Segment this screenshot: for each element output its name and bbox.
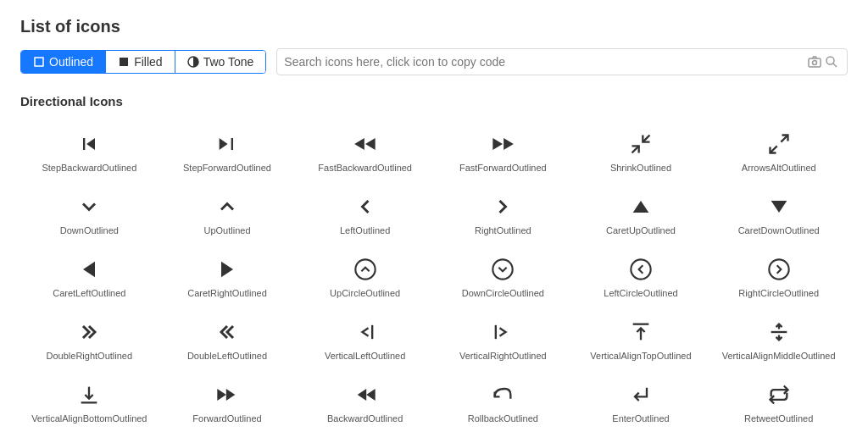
right-circle-icon [765, 256, 793, 283]
left-circle-icon [627, 256, 654, 283]
list-item[interactable]: LeftCircleOutlined [572, 247, 710, 303]
svg-marker-29 [217, 389, 226, 401]
list-item[interactable]: UpCircleOutlined [296, 247, 434, 303]
square-outline-icon [33, 56, 45, 68]
svg-point-4 [813, 61, 817, 65]
svg-point-17 [631, 259, 650, 279]
rollback-icon [489, 381, 516, 408]
list-item[interactable]: VerticalAlignBottomOutlined [20, 373, 159, 429]
right-icon [489, 193, 516, 220]
vertical-align-top-icon [627, 318, 654, 346]
step-forward-icon [214, 130, 241, 158]
list-item[interactable]: ArrowsAltOutlined [709, 122, 848, 178]
search-button[interactable] [823, 55, 840, 69]
list-item[interactable]: LeftOutlined [296, 185, 434, 241]
arrows-alt-icon [765, 130, 793, 158]
vertical-align-middle-icon [765, 318, 793, 346]
toolbar: Outlined Filled Two Tone [20, 48, 848, 75]
list-item[interactable]: DoubleRightOutlined [20, 310, 159, 366]
list-item[interactable]: VerticalAlignTopOutlined [572, 310, 710, 366]
icons-grid: StepBackwardOutlined StepForwardOutlined… [20, 122, 848, 429]
shrink-icon [627, 130, 654, 158]
svg-point-16 [493, 259, 513, 279]
camera-search-button[interactable] [806, 55, 823, 69]
list-item[interactable]: ShrinkOutlined [572, 122, 710, 178]
svg-marker-30 [226, 389, 236, 401]
double-left-icon [214, 318, 241, 346]
caret-right-icon [214, 256, 241, 283]
list-item[interactable]: CaretRightOutlined [159, 247, 297, 303]
list-item[interactable]: DownCircleOutlined [434, 247, 572, 303]
svg-marker-32 [357, 389, 366, 401]
list-item[interactable]: FastForwardOutlined [434, 122, 572, 178]
up-icon [214, 193, 241, 220]
list-item[interactable]: ForwardOutlined [159, 373, 297, 429]
page-title: List of icons [20, 17, 848, 36]
up-circle-icon [352, 256, 379, 283]
list-item[interactable]: CaretUpOutlined [572, 185, 710, 241]
list-item[interactable]: CaretLeftOutlined [20, 247, 159, 303]
fast-backward-icon [352, 130, 379, 158]
list-item[interactable]: UpOutlined [159, 185, 297, 241]
list-item[interactable]: RollbackOutlined [434, 373, 572, 429]
half-circle-icon [187, 56, 199, 68]
list-item[interactable]: CaretDownOutlined [709, 185, 848, 241]
enter-icon [627, 381, 654, 408]
svg-marker-14 [221, 262, 233, 278]
svg-rect-3 [809, 58, 821, 67]
forward-icon [214, 381, 241, 408]
svg-line-10 [770, 146, 776, 152]
search-box [276, 48, 848, 75]
list-item[interactable]: VerticalLeftOutlined [296, 310, 434, 366]
list-item[interactable]: DownOutlined [20, 185, 159, 241]
list-item[interactable]: EnterOutlined [572, 373, 710, 429]
list-item[interactable]: StepBackwardOutlined [20, 122, 159, 178]
directional-icons-section: Directional Icons StepBackwardOutlined S… [20, 94, 848, 429]
caret-down-icon [765, 193, 793, 220]
svg-line-9 [781, 136, 787, 142]
svg-line-8 [643, 136, 649, 142]
list-item[interactable]: FastBackwardOutlined [296, 122, 434, 178]
vertical-right-icon [489, 318, 516, 346]
svg-line-7 [632, 146, 638, 152]
svg-marker-11 [633, 201, 649, 213]
retweet-icon [765, 381, 793, 408]
tab-twotone[interactable]: Two Tone [175, 51, 266, 73]
list-item[interactable]: VerticalAlignMiddleOutlined [709, 310, 848, 366]
vertical-left-icon [352, 318, 379, 346]
svg-rect-0 [35, 58, 43, 66]
vertical-align-bottom-icon [75, 381, 103, 408]
list-item[interactable]: RightOutlined [434, 185, 572, 241]
down-icon [75, 193, 103, 220]
step-backward-icon [75, 130, 103, 158]
down-circle-icon [489, 256, 516, 283]
svg-line-6 [833, 64, 837, 67]
svg-marker-13 [83, 262, 95, 278]
list-item[interactable]: DoubleLeftOutlined [159, 310, 297, 366]
caret-left-icon [75, 256, 103, 283]
caret-up-icon [627, 193, 654, 220]
list-item[interactable]: RetweetOutlined [709, 373, 848, 429]
list-item[interactable]: VerticalRightOutlined [434, 310, 572, 366]
backward-icon [352, 381, 379, 408]
svg-point-18 [769, 259, 788, 279]
tab-filled[interactable]: Filled [106, 51, 175, 73]
tab-outlined[interactable]: Outlined [21, 51, 106, 73]
list-item[interactable]: RightCircleOutlined [709, 247, 848, 303]
svg-marker-31 [366, 389, 376, 401]
double-right-icon [75, 318, 103, 346]
svg-marker-12 [771, 201, 787, 213]
left-icon [352, 193, 379, 220]
section-title: Directional Icons [20, 94, 848, 108]
square-filled-icon [118, 56, 130, 68]
svg-rect-1 [120, 58, 128, 66]
search-input[interactable] [284, 55, 806, 69]
svg-point-15 [355, 259, 375, 279]
tab-group: Outlined Filled Two Tone [20, 50, 266, 74]
list-item[interactable]: StepForwardOutlined [159, 122, 297, 178]
list-item[interactable]: BackwardOutlined [296, 373, 434, 429]
fast-forward-icon [489, 130, 516, 158]
svg-point-5 [826, 57, 834, 64]
